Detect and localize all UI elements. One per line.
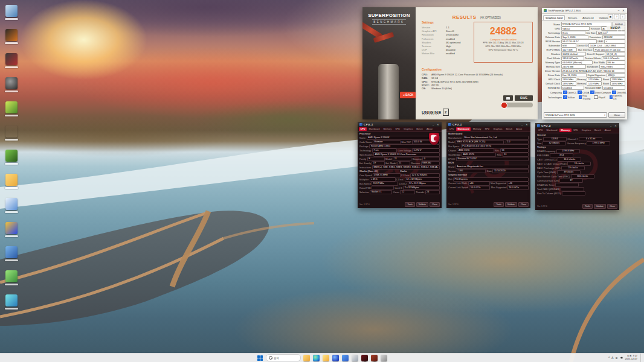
cpuz-tab[interactable]: CPU [536,129,544,132]
taskbar-app-icon[interactable] [371,355,378,361]
field-label: LPCIO [448,158,455,160]
cpuz-tab[interactable]: Mainboard [456,127,471,131]
cpuz-tab[interactable]: Bench [593,129,603,132]
search-label: 검색 [274,357,279,360]
close-icon[interactable]: ✕ [614,124,617,127]
cpuz-tab[interactable]: CPU [359,127,367,131]
cpuz-button[interactable]: Tools [582,204,592,209]
field-label: Stepping [413,158,422,160]
taskbar-app-icon[interactable] [332,355,339,361]
save-button[interactable]: SAVE [515,95,533,101]
tray-chevron-up-icon[interactable]: ^ [608,357,610,360]
cpuz-tab[interactable]: Memory [471,127,483,131]
volume-icon[interactable] [620,356,623,360]
gpuz-app-icon [544,9,547,12]
field-value: 19 [372,161,384,165]
ime-korean-indicator[interactable]: A [611,357,613,360]
cpuz-button[interactable]: Close [430,202,440,207]
close-icon[interactable]: ✕ [525,123,529,126]
gpuz-toolbar-icon[interactable]: ≡ [620,14,625,19]
start-button[interactable] [257,355,263,361]
cpuz-tab[interactable]: Bench [415,127,425,131]
cpuz-button[interactable]: Close [607,204,617,209]
cpuz-tab[interactable]: Graphics [402,127,414,131]
cpuz-titlebar[interactable]: CPU-Z – ✕ [358,122,442,127]
cpuz-button[interactable]: Validate [505,202,517,207]
minimize-button[interactable]: – [609,124,613,127]
version-label: Ver. 1.97.0 [537,205,581,208]
gpuz-tab[interactable]: Sensors [565,15,579,20]
gpu-select-dropdown[interactable]: NVIDIA GeForce RTX 3090 ▾ [544,112,607,118]
minimize-button[interactable]: – [617,9,620,12]
desktop-icon[interactable] [1,270,22,290]
desktop-icon[interactable] [1,29,22,48]
cpuz-tab[interactable]: Mainboard [545,129,559,132]
cpuz-tab[interactable]: SPD [394,127,402,131]
cpuz-tab[interactable]: Graphics [580,129,592,132]
gpuz-titlebar[interactable]: TechPowerUp GPU-Z 2.36.0 – ✕ [542,8,627,14]
capability-name: OpenCL [568,91,577,94]
desktop-icon[interactable] [1,53,22,72]
field-label: Driver Date [544,74,560,77]
screenshot-button[interactable] [503,95,513,101]
taskbar-app-icon[interactable] [323,355,329,361]
cpuz-tab[interactable]: Memory [559,129,572,132]
cpuz-button[interactable]: Tools [494,202,503,207]
gpuz-tab[interactable]: Graphics Card [543,15,565,20]
close-icon[interactable]: ✕ [622,9,625,12]
results-header: RESULTS (4K OPTIMIZED) [416,10,538,21]
close-icon[interactable]: ✕ [436,123,440,126]
taskbar-app-icon[interactable] [342,355,349,361]
desktop-icon[interactable] [1,222,22,241]
desktop-icon[interactable] [1,77,22,97]
field-label: Max Supported [491,186,507,189]
close-button[interactable]: Close [608,112,625,118]
taskbar-app-icon[interactable] [352,355,358,361]
field-label: FSB:DRAM [537,154,549,157]
cpuz-tab[interactable]: About [515,127,524,131]
settings-tray-icon[interactable]: ⚙ [615,357,617,360]
desktop-icon[interactable] [1,246,22,265]
taskbar-app-icon[interactable] [303,355,310,361]
desktop-icon[interactable] [1,150,22,169]
cpuz-button[interactable]: Close [518,202,529,207]
cpuz-titlebar[interactable]: CPU-Z – ✕ [535,123,619,128]
tray-clock[interactable]: 오후 7:17 2021-12-07 [625,355,637,360]
desktop-icon[interactable] [1,5,22,24]
desktop-icon[interactable] [1,174,22,193]
compare-results-link[interactable]: Compare results online [474,38,532,41]
desktop-icon[interactable] [1,125,22,145]
cpuz-button[interactable]: Validate [416,202,428,207]
cpuz-tab[interactable]: About [603,129,612,132]
field-label: Subvendor [544,44,560,47]
minimize-button[interactable]: – [431,123,435,126]
cpuz-tab[interactable]: Memory [382,127,393,131]
gpu-name-value: NVIDIA GeForce RTX 3090 [561,22,612,27]
cpuz-titlebar[interactable]: CPU-Z – ✕ [446,122,530,127]
cpuz-tab[interactable]: SPD [572,129,580,132]
cpuz-tab[interactable]: CPU [448,127,456,131]
cpuz-tab[interactable]: SPD [483,127,491,131]
cpuz-tab[interactable]: Graphics [492,127,504,131]
cpuz-button[interactable]: Tools [405,202,414,207]
cpuz-button[interactable]: Validate [594,204,606,209]
minimize-button[interactable]: – [520,123,524,126]
back-button[interactable]: ◄ BACK [400,92,416,98]
taskbar-app-icon[interactable] [381,355,387,361]
gpuz-toolbar-icon[interactable]: ▣ [608,14,613,19]
gpuz-toolbar-icon[interactable]: ? [614,14,619,19]
desktop-icon[interactable] [1,101,22,121]
desktop-icon[interactable] [1,294,22,314]
share-pill[interactable] [501,103,533,107]
cpuz-tab[interactable]: Bench [504,127,514,131]
show-desktop-button[interactable] [640,354,642,362]
search-input[interactable]: 검색 [266,354,301,361]
taskbar-app-icon[interactable] [313,355,320,361]
gpuz-tab[interactable]: Advanced [580,15,596,20]
field-value: 4948.75 MHz [373,173,401,177]
cpuz-tab[interactable]: Mainboard [367,127,381,131]
taskbar-app-icon[interactable] [361,355,368,361]
desktop-icon[interactable] [1,198,22,217]
field-value: 12 x 32 KBytes [410,173,440,177]
cpuz-tab[interactable]: About [425,127,434,131]
